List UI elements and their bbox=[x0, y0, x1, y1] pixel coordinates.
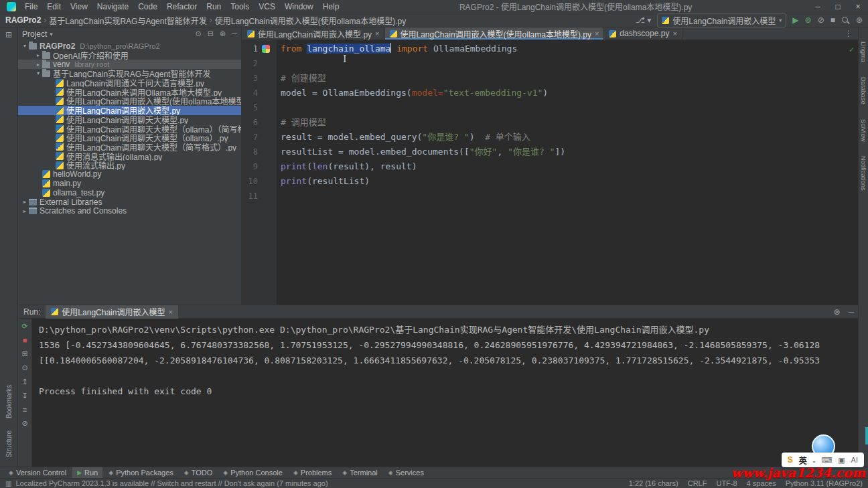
status-item[interactable]: 4 spaces bbox=[747, 479, 776, 487]
breadcrumb-item[interactable]: 基于LangChain实现RAG与Agent智能体开发 bbox=[49, 15, 206, 26]
expand-arrow-icon[interactable]: ▾ bbox=[34, 70, 42, 76]
close-icon[interactable]: × bbox=[595, 29, 599, 37]
soft-wrap-icon[interactable]: ≡ bbox=[23, 406, 27, 414]
run-configuration-select[interactable]: 使用LangChain调用嵌入模型 ▾ bbox=[657, 13, 786, 27]
stripe-button-sciview[interactable]: SciView bbox=[860, 119, 867, 142]
expand-arrow-icon[interactable]: ▾ bbox=[21, 43, 29, 49]
tree-item[interactable]: 使用LangChain调用聊天大模型（ollama）（简写格式）.py bbox=[18, 124, 241, 133]
menu-item-refactor[interactable]: Refactor bbox=[162, 2, 202, 11]
bookmarks-stripe-button[interactable]: Bookmarks bbox=[5, 385, 13, 418]
maximize-button[interactable]: □ bbox=[828, 2, 848, 11]
menu-item-edit[interactable]: Edit bbox=[42, 2, 66, 11]
tool-window-button-services[interactable]: ◈Services bbox=[384, 467, 429, 478]
close-icon[interactable]: × bbox=[168, 308, 172, 316]
tree-item[interactable]: ollama_test.py bbox=[18, 188, 241, 197]
tree-item[interactable]: ▾RAGPro2D:\python_pro\RAGPro2 bbox=[18, 42, 241, 51]
sogou-icon[interactable]: S bbox=[788, 455, 793, 465]
status-item[interactable]: UTF-8 bbox=[716, 479, 737, 487]
vcs-widget-icon[interactable]: ⎇ ▾ bbox=[636, 15, 651, 25]
tool-window-button-python-packages[interactable]: ◈Python Packages bbox=[104, 467, 178, 478]
expand-arrow-icon[interactable]: ▸ bbox=[21, 208, 29, 214]
panel-settings-icon[interactable]: ⊛ bbox=[220, 29, 226, 38]
expand-arrow-icon[interactable]: ▸ bbox=[21, 199, 29, 205]
expand-arrow-icon[interactable]: ▸ bbox=[34, 52, 42, 58]
up-stack-icon[interactable]: ↥ bbox=[21, 378, 27, 386]
tree-item[interactable]: 使用LangChain调用聊天大模型.py bbox=[18, 115, 241, 125]
breadcrumb-item[interactable]: RAGPro2 bbox=[5, 15, 41, 25]
hide-panel-icon[interactable]: ─ bbox=[232, 29, 237, 38]
tool-window-button-python-console[interactable]: ◈Python Console bbox=[218, 467, 287, 478]
menu-item-navigate[interactable]: Navigate bbox=[92, 2, 133, 11]
chevron-down-icon[interactable]: ▾ bbox=[50, 31, 53, 37]
tree-item[interactable]: ▾基于LangChain实现RAG与Agent智能体开发 bbox=[18, 69, 241, 78]
stop-process-icon[interactable]: ■ bbox=[23, 336, 27, 344]
status-item[interactable]: 1:22 (16 chars) bbox=[629, 479, 678, 487]
editor[interactable]: 1from langchain_ollama import OllamaEmbe… bbox=[242, 40, 858, 305]
project-stripe-icon[interactable]: ⊞ bbox=[5, 30, 12, 39]
tree-item[interactable]: 使用消息式输出(ollama).py bbox=[18, 151, 241, 161]
menu-item-view[interactable]: View bbox=[66, 2, 92, 11]
rerun-icon[interactable]: ⟳ bbox=[21, 322, 27, 331]
tool-window-button-run[interactable]: ▶Run bbox=[72, 467, 102, 478]
clear-console-icon[interactable]: ⊘ bbox=[21, 419, 27, 428]
pin-icon[interactable]: ⊙ bbox=[21, 363, 27, 372]
restore-layout-icon[interactable]: ⊞ bbox=[21, 349, 27, 358]
settings-gear-icon[interactable]: ⊛ bbox=[856, 15, 863, 25]
keyboard-icon[interactable]: ⌨ bbox=[821, 456, 832, 465]
down-stack-icon[interactable]: ↧ bbox=[21, 392, 27, 400]
tree-item[interactable]: LangChain调用通义千问大语言模型.py bbox=[18, 78, 241, 88]
stop-button[interactable]: ■ bbox=[830, 15, 835, 25]
more-tabs-icon[interactable]: ⋮ bbox=[839, 29, 858, 38]
editor-tab[interactable]: 使用LangChain调用嵌入模型(使用ollama本地模型).py× bbox=[385, 27, 605, 39]
tree-item[interactable]: main.py bbox=[18, 179, 241, 188]
collapse-all-icon[interactable]: ⊟ bbox=[208, 29, 214, 38]
tree-item[interactable]: ▸Scratches and Consoles bbox=[18, 206, 241, 216]
tree-item[interactable]: 使用流式输出.py bbox=[18, 161, 241, 170]
run-settings-icon[interactable]: ⊛ bbox=[833, 307, 840, 317]
tool-window-button-version-control[interactable]: ◈Version Control bbox=[4, 467, 71, 478]
breadcrumb-item[interactable]: 使用LangChain调用嵌入模型(使用ollama本地模型).py bbox=[215, 15, 406, 26]
locate-file-icon[interactable]: ⊙ bbox=[196, 29, 202, 38]
tree-item[interactable]: 使用LangChain调用嵌入模型(使用ollama本地模型).py bbox=[18, 96, 241, 106]
tree-item[interactable]: 使用LangChain调用聊天大模型（简写格式）.py bbox=[18, 143, 241, 152]
inspections-ok-icon[interactable]: ✓ bbox=[849, 42, 854, 57]
tree-item[interactable]: ▸External Libraries bbox=[18, 197, 241, 207]
tool-window-button-terminal[interactable]: ◈Terminal bbox=[338, 467, 382, 478]
menu-item-vcs[interactable]: VCS bbox=[254, 2, 280, 11]
menu-item-file[interactable]: File bbox=[20, 2, 42, 11]
ime-ai-button[interactable]: AI bbox=[851, 456, 858, 464]
expand-arrow-icon[interactable]: ▸ bbox=[34, 62, 42, 68]
menu-item-code[interactable]: Code bbox=[133, 2, 162, 11]
lingma-gutter-icon[interactable] bbox=[262, 45, 270, 53]
search-everywhere-icon[interactable] bbox=[841, 16, 850, 25]
menu-item-window[interactable]: Window bbox=[280, 2, 318, 11]
menu-item-tools[interactable]: Tools bbox=[226, 2, 254, 11]
editor-tab[interactable]: dashscope.py× bbox=[604, 27, 682, 39]
tree-item[interactable]: 使用LangChain调用嵌入模型.py bbox=[18, 106, 241, 115]
profiler-button[interactable]: ⊘ bbox=[818, 15, 824, 25]
tool-window-button-todo[interactable]: ◈TODO bbox=[179, 467, 218, 478]
stripe-button-notifications[interactable]: Notifications bbox=[860, 156, 867, 191]
close-icon[interactable]: × bbox=[672, 29, 676, 37]
clipboard-icon[interactable]: ▣ bbox=[838, 456, 845, 465]
tool-window-button-problems[interactable]: ◈Problems bbox=[289, 467, 336, 478]
status-item[interactable]: CRLF bbox=[688, 479, 707, 487]
minimize-button[interactable]: – bbox=[808, 2, 828, 11]
stripe-button-lingma[interactable]: Lingma bbox=[860, 42, 867, 62]
run-tab[interactable]: 使用LangChain调用嵌入模型 × bbox=[46, 305, 178, 319]
tree-item[interactable]: ▸OpenAI库介绍和使用 bbox=[18, 51, 241, 60]
tree-item[interactable]: 使用LangChain调用聊天大模型（ollama）.py bbox=[18, 133, 241, 143]
microphone-icon[interactable]: 𝅘 bbox=[813, 456, 815, 465]
menu-item-help[interactable]: Help bbox=[318, 2, 344, 11]
tree-item[interactable]: helloWorld.py bbox=[18, 170, 241, 179]
tree-item[interactable]: 使用LangChain来调用Ollama本地大模型.py bbox=[18, 87, 241, 96]
menu-item-run[interactable]: Run bbox=[202, 2, 226, 11]
stripe-button-database[interactable]: Database bbox=[860, 77, 867, 104]
run-console-output[interactable]: D:\python_pro\RAGPro2\venv\Scripts\pytho… bbox=[32, 319, 858, 467]
ime-language-indicator[interactable]: 英 bbox=[799, 455, 807, 466]
debug-button[interactable]: ⊚ bbox=[805, 15, 812, 25]
hide-run-panel-icon[interactable]: ─ bbox=[848, 307, 854, 317]
close-icon[interactable]: × bbox=[375, 29, 379, 37]
project-panel-title[interactable]: Project bbox=[22, 29, 47, 39]
status-item[interactable]: Python 3.11 (RAGPro2) bbox=[786, 479, 863, 487]
